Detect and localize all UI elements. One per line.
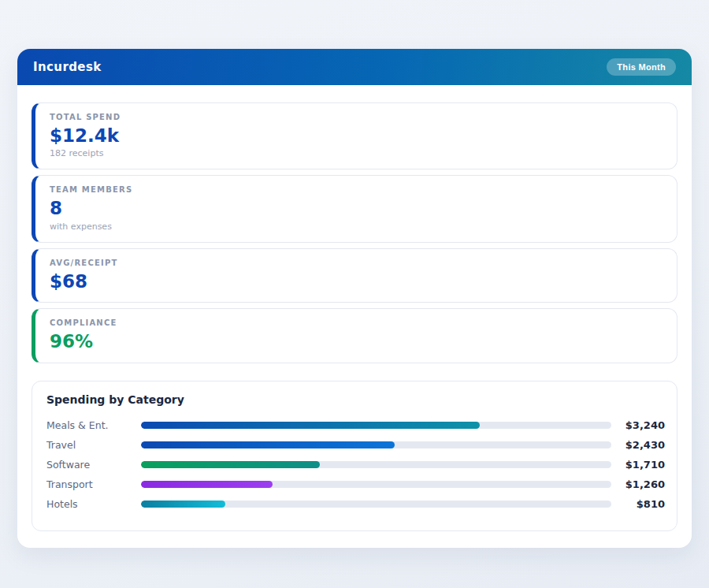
chart-row-hotels: Hotels $810 bbox=[46, 494, 665, 514]
stat-label: COMPLIANCE bbox=[50, 318, 663, 327]
category-label: Travel bbox=[46, 439, 141, 451]
stat-card-avg-receipt: AVG/RECEIPT $68 bbox=[32, 248, 677, 303]
category-value: $810 bbox=[611, 498, 665, 510]
chart-row-meals: Meals & Ent. $3,240 bbox=[46, 415, 665, 435]
chart-row-software: Software $1,710 bbox=[46, 455, 665, 474]
bar-fill-meals bbox=[141, 422, 480, 429]
category-value: $3,240 bbox=[611, 419, 665, 431]
stat-value: $68 bbox=[50, 271, 663, 292]
category-label: Transport bbox=[46, 478, 141, 490]
bar-fill-transport bbox=[141, 481, 273, 488]
dashboard-panel: Incurdesk This Month TOTAL SPEND $12.4k … bbox=[17, 49, 692, 548]
category-value: $2,430 bbox=[611, 439, 665, 451]
bar-fill-hotels bbox=[141, 501, 225, 508]
stat-value: 96% bbox=[50, 331, 663, 352]
stat-value: $12.4k bbox=[50, 125, 663, 146]
bar-fill-software bbox=[141, 461, 320, 468]
bar-track bbox=[141, 501, 611, 508]
category-value: $1,260 bbox=[611, 478, 665, 490]
chart-title: Spending by Category bbox=[46, 393, 665, 406]
category-value: $1,710 bbox=[611, 459, 665, 471]
bar-fill-travel bbox=[141, 441, 395, 448]
stat-card-compliance: COMPLIANCE 96% bbox=[32, 308, 677, 363]
chart-row-travel: Travel $2,430 bbox=[46, 435, 665, 455]
stat-card-team-members: TEAM MEMBERS 8 with expenses bbox=[32, 175, 677, 242]
stat-label: TOTAL SPEND bbox=[50, 113, 663, 121]
spending-by-category-chart: Spending by Category Meals & Ent. $3,240… bbox=[32, 381, 677, 531]
category-label: Software bbox=[46, 459, 141, 471]
bar-track bbox=[141, 422, 611, 429]
stat-subtext: with expenses bbox=[50, 221, 663, 232]
dashboard-content: TOTAL SPEND $12.4k 182 receipts TEAM MEM… bbox=[17, 85, 692, 548]
stat-label: TEAM MEMBERS bbox=[50, 185, 663, 194]
category-label: Meals & Ent. bbox=[46, 419, 141, 431]
bar-track bbox=[141, 461, 611, 468]
category-label: Hotels bbox=[46, 498, 141, 510]
period-filter-badge[interactable]: This Month bbox=[607, 58, 676, 76]
bar-track bbox=[141, 481, 611, 488]
stat-value: 8 bbox=[50, 198, 663, 218]
chart-row-transport: Transport $1,260 bbox=[46, 474, 665, 494]
app-title: Incurdesk bbox=[33, 60, 102, 74]
bar-track bbox=[141, 441, 611, 448]
app-header: Incurdesk This Month bbox=[17, 49, 692, 85]
stat-label: AVG/RECEIPT bbox=[50, 259, 663, 267]
stat-subtext: 182 receipts bbox=[50, 148, 663, 158]
stat-card-total-spend: TOTAL SPEND $12.4k 182 receipts bbox=[32, 102, 677, 169]
